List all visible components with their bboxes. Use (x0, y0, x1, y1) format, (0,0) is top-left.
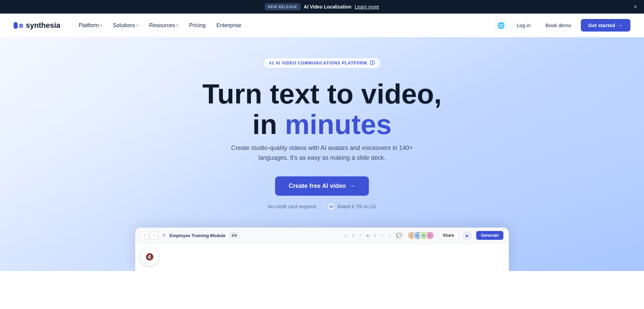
hero-title: Turn text to video, in minutes (202, 79, 442, 140)
announcement-badge: NEW RELEASE (265, 3, 300, 10)
mute-overlay: 🔇 (141, 248, 158, 266)
hero-title-line2-prefix: in (252, 109, 285, 140)
nav-item-pricing[interactable]: Pricing (184, 20, 210, 31)
mute-icon: 🔇 (145, 253, 154, 261)
edit-tool-button[interactable]: ✎ (381, 234, 383, 237)
share-button[interactable]: Share (439, 231, 459, 240)
platform-chevron-icon: ▾ (100, 23, 102, 27)
social-proof: No credit card required G2 Rated 4.7/5 o… (268, 202, 376, 211)
logo-icon (14, 22, 23, 29)
media-tool-button[interactable]: ▣ (366, 234, 369, 237)
avatar-4: S (426, 231, 434, 240)
mute-button[interactable]: 🔇 (141, 248, 158, 266)
nav-solutions-label: Solutions (113, 22, 135, 28)
hero-badge-text: #1 AI VIDEO COMMUNICATIONS PLATFORM (269, 61, 367, 65)
copy-tool-icon: ⧉ (374, 234, 376, 237)
hero-section: #1 AI VIDEO COMMUNICATIONS PLATFORM ⓘ Tu… (0, 37, 644, 271)
edit-tool-icon: ✎ (381, 234, 383, 237)
announcement-text: AI Video Localization (304, 4, 352, 9)
svg-rect-1 (19, 24, 23, 28)
text-tool-button[interactable]: T (359, 234, 361, 237)
ui-preview-toolbar: ‹ › ≡ Employee Training Module EN ◎ ⊕ T … (135, 228, 509, 244)
ui-preview-content (135, 244, 509, 271)
toolbar-project-title: Employee Training Module (169, 233, 226, 238)
record-tool-icon: ⊙ (388, 234, 391, 237)
solutions-chevron-icon: ▾ (137, 23, 138, 27)
login-button[interactable]: Log in (511, 20, 536, 31)
announcement-link[interactable]: Learn more (355, 4, 379, 9)
text-tool-icon: T (359, 234, 361, 237)
info-icon[interactable]: ⓘ (370, 60, 375, 66)
avatar-tool-button[interactable]: ◎ (344, 234, 347, 237)
logo-text: synthesia (26, 21, 60, 30)
g2-rating-text: Rated 4.7/5 on G2 (337, 204, 376, 209)
no-credit-card-text: No credit card required (268, 204, 316, 209)
nav-item-platform[interactable]: Platform ▾ (74, 20, 107, 31)
divider (321, 203, 322, 210)
nav-actions: 🌐 Log in Book demo Get started → (495, 19, 630, 32)
get-started-button[interactable]: Get started → (581, 19, 630, 32)
nav-links: Platform ▾ Solutions ▾ Resources ▾ Prici… (74, 20, 495, 31)
generate-button[interactable]: Generate (476, 231, 503, 240)
logo[interactable]: synthesia (14, 21, 60, 30)
globe-icon: 🌐 (497, 22, 505, 29)
toolbar-menu-icon[interactable]: ≡ (162, 232, 165, 238)
nav-resources-label: Resources (149, 22, 175, 28)
announcement-bar: NEW RELEASE AI Video Localization Learn … (0, 0, 644, 14)
nav-enterprise-label: Enterprise (216, 22, 241, 28)
svg-rect-0 (14, 22, 18, 29)
cta-arrow-icon: → (349, 182, 355, 190)
nav-item-solutions[interactable]: Solutions ▾ (108, 20, 143, 31)
ai-tool-button[interactable]: ⊕ (352, 234, 355, 237)
comment-button[interactable]: 💬 (395, 231, 403, 239)
copy-tool-button[interactable]: ⧉ (374, 234, 376, 237)
nav-pricing-label: Pricing (189, 22, 205, 28)
nav-item-resources[interactable]: Resources ▾ (144, 20, 183, 31)
get-started-arrow-icon: → (618, 22, 623, 28)
hero-badge: #1 AI VIDEO COMMUNICATIONS PLATFORM ⓘ (263, 58, 380, 69)
hero-title-highlight: minutes (285, 109, 392, 140)
collaborator-avatars: J A M S (407, 231, 434, 240)
hero-subtitle: Create studio-quality videos with AI ava… (223, 143, 421, 163)
toolbar-forward-button[interactable]: › (150, 231, 158, 239)
ai-tool-icon: ⊕ (352, 234, 355, 237)
g2-badge: G2 Rated 4.7/5 on G2 (327, 202, 376, 211)
nav-platform-label: Platform (79, 22, 99, 28)
media-tool-icon: ▣ (366, 234, 369, 237)
get-started-label: Get started (588, 22, 615, 28)
book-demo-button[interactable]: Book demo (540, 20, 577, 31)
hero-title-line1: Turn text to video, (202, 78, 442, 109)
cta-button[interactable]: Create free AI video → (275, 176, 369, 196)
record-tool-button[interactable]: ⊙ (388, 234, 391, 237)
avatar-tool-icon: ◎ (344, 234, 347, 237)
toolbar-icons: ◎ ⊕ T ▣ ⧉ ✎ ⊙ (344, 234, 391, 237)
navbar: synthesia Platform ▾ Solutions ▾ Resourc… (0, 14, 644, 37)
cta-label: Create free AI video (289, 182, 346, 190)
announcement-close-button[interactable]: × (633, 3, 637, 11)
play-icon: ▶ (466, 234, 469, 237)
g2-logo: G2 (327, 202, 335, 211)
toolbar-nav: ‹ › (141, 231, 158, 239)
ui-preview-card: 🔇 ‹ › ≡ Employee Training Module EN ◎ ⊕ (135, 228, 509, 271)
nav-item-enterprise[interactable]: Enterprise (212, 20, 246, 31)
language-selector-button[interactable]: 🌐 (495, 19, 507, 32)
toolbar-language-badge: EN (230, 232, 239, 238)
toolbar-back-button[interactable]: ‹ (141, 231, 149, 239)
play-button[interactable]: ▶ (463, 231, 472, 240)
resources-chevron-icon: ▾ (176, 23, 178, 27)
